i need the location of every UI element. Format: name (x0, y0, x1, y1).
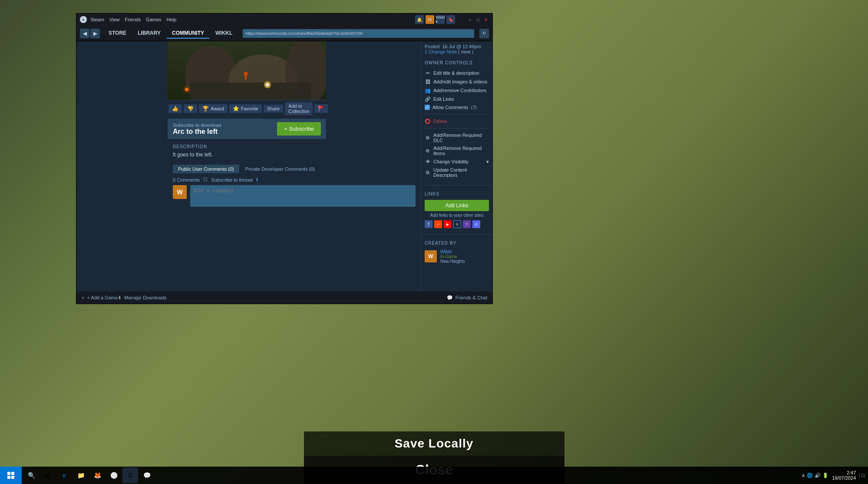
add-dlc-label: Add/Remove Required DLC (433, 133, 489, 143)
owner-controls: OWNER CONTROLS ✏ Edit title & descriptio… (421, 57, 492, 182)
url-text: https://steamcommunity.com/sharedfiles/f… (245, 31, 363, 36)
comment-input[interactable] (190, 185, 416, 207)
refresh-button[interactable]: ↻ (479, 29, 489, 38)
close-button[interactable]: ✕ (483, 17, 489, 23)
friends-chat-area[interactable]: 💬 Friends & Chat (447, 295, 487, 301)
reddit-icon[interactable]: r (434, 220, 442, 228)
private-comments-tab[interactable]: Private Developer Comments (0) (240, 165, 320, 173)
update-content-descriptors-button[interactable]: ⚙ Update Content Descriptors (425, 166, 489, 179)
creator-info: Wikkl In-Game New Heights (440, 249, 465, 264)
creator-name-link[interactable]: Wikkl (440, 249, 465, 254)
edit-title-description-button[interactable]: ✏ Edit title & description (425, 69, 489, 77)
tab-library[interactable]: LIBRARY (132, 28, 166, 39)
add-remove-dlc-button[interactable]: ⚙ Add/Remove Required DLC (425, 131, 489, 144)
add-edit-images-button[interactable]: 🖼 Add/edit images & videos (425, 77, 489, 86)
links-section: LINKS Add Links Add links to your other … (421, 188, 492, 232)
add-game-area[interactable]: + + Add a Game (82, 295, 118, 300)
steam-link-icon[interactable]: S (453, 220, 461, 228)
show-desktop-icon[interactable]: □ (859, 473, 865, 478)
add-links-button[interactable]: Add Links (425, 200, 489, 211)
facebook-icon[interactable]: f (425, 220, 432, 228)
posted-info: Posted 16 Jul @ 12:46pm 1 Change Note ( … (421, 41, 492, 57)
nav-forward-button[interactable]: ▶ (90, 29, 100, 38)
subscribe-info: Subscribe to download Arc to the left (173, 123, 221, 136)
chrome-icon[interactable]: ⚪ (106, 467, 122, 483)
twitch-icon[interactable]: T (463, 220, 471, 228)
posted-label: Posted (425, 44, 439, 49)
award-button[interactable]: 🏆 Award (199, 104, 228, 113)
allow-comments-checkbox[interactable]: ✓ (425, 105, 430, 110)
wikkl-menu[interactable]: Wikkl ▾ (436, 15, 445, 24)
tab-store[interactable]: STORE (103, 28, 132, 39)
flag-button[interactable]: 🚩 (314, 104, 328, 113)
delete-icon: ⭕ (425, 118, 431, 124)
required-items-icon: ⚙ (425, 148, 431, 154)
tray-arrow-icon[interactable]: ∧ (802, 473, 805, 478)
creator-avatar[interactable]: W (425, 250, 437, 262)
subscribe-button[interactable]: + Subscribe (277, 122, 321, 136)
discord-icon[interactable]: D (472, 220, 480, 228)
tab-wikkl[interactable]: WIKKL (210, 28, 238, 39)
url-bar[interactable]: https://steamcommunity.com/sharedfiles/f… (243, 29, 474, 38)
network-icon[interactable]: 🌐 (807, 473, 813, 478)
battery-icon[interactable]: 🔋 (822, 473, 828, 478)
taskview-icon[interactable]: ⊞ (40, 467, 56, 483)
action-bar: 👍 👎 🏆 Award ⭐ Favorite Share Add to C (168, 100, 326, 117)
edge-icon[interactable]: e (56, 467, 72, 483)
minimize-button[interactable]: − (467, 17, 473, 23)
links-edit-icon: 🔗 (425, 96, 431, 102)
download-icon: ⬇ (118, 295, 122, 301)
menu-help[interactable]: Help (167, 17, 177, 22)
change-visibility-button[interactable]: 👁 Change Visibility ▾ (425, 157, 489, 166)
share-button[interactable]: Share (264, 105, 283, 113)
add-remove-required-items-button[interactable]: ⚙ Add/Remove Required Items (425, 144, 489, 157)
firefox-icon[interactable]: 🦊 (89, 467, 105, 483)
svg-rect-4 (189, 83, 311, 100)
user-icon[interactable]: W (426, 15, 434, 24)
add-remove-contributors-button[interactable]: 👥 Add/remove Contributors (425, 86, 489, 95)
workshop-image-svg (168, 41, 326, 100)
volume-icon[interactable]: 🔊 (815, 473, 821, 478)
posted-date: 16 Jul @ 12:46pm (442, 44, 481, 49)
divider-created (421, 234, 492, 235)
visibility-dropdown[interactable]: ▾ (486, 159, 489, 165)
delete-button[interactable]: ⭕ Delete (425, 117, 489, 126)
manage-downloads-area[interactable]: ⬇ Manage Downloads (118, 295, 166, 301)
change-note-link[interactable]: 1 Change Note (425, 49, 457, 54)
tab-community[interactable]: COMMUNITY (167, 28, 209, 39)
star-icon: ⭐ (233, 106, 239, 112)
nav-back-button[interactable]: ◀ (80, 29, 89, 38)
explorer-icon[interactable]: 📁 (73, 467, 89, 483)
edit-links-label: Edit Links (433, 96, 454, 102)
favorite-button[interactable]: ⭐ Favorite (229, 104, 262, 113)
save-locally-button[interactable]: Save Locally (304, 431, 564, 456)
description-text: It goes to the left. (173, 152, 416, 158)
divider-1 (425, 114, 489, 114)
title-bar-controls: 🔔 W Wikkl ▾ 🔖 − □ ✕ (415, 15, 489, 24)
notification-icon[interactable]: 🔔 (415, 15, 424, 24)
contributors-label: Add/remove Contributors (433, 88, 486, 93)
search-taskbar-icon[interactable]: 🔍 (23, 467, 39, 483)
start-button[interactable] (0, 467, 22, 484)
steam-taskbar-icon[interactable]: S (122, 467, 138, 483)
required-items-label: Add/Remove Required Items (433, 146, 489, 156)
thumbs-up-button[interactable]: 👍 (168, 104, 182, 113)
subscribe-thread-checkbox[interactable]: ☐ (203, 177, 208, 182)
youtube-icon[interactable]: ▶ (444, 220, 452, 228)
maximize-button[interactable]: □ (475, 17, 481, 23)
add-to-collection-button[interactable]: Add to Collection (285, 102, 313, 115)
menu-steam[interactable]: Steam (90, 17, 104, 22)
menu-games[interactable]: Games (146, 17, 161, 22)
owner-controls-title: OWNER CONTROLS (425, 60, 489, 65)
discord-taskbar-icon[interactable]: 💬 (139, 467, 155, 483)
public-comments-tab[interactable]: Public User Comments (0) (173, 165, 239, 173)
thumbs-down-button[interactable]: 👎 (184, 104, 197, 113)
menu-view[interactable]: View (109, 17, 120, 22)
bookmark-icon[interactable]: 🔖 (446, 15, 455, 24)
links-description: Add links to your other sites (425, 213, 489, 218)
image-icon: 🖼 (425, 79, 431, 85)
menu-friends[interactable]: Friends (125, 17, 141, 22)
edit-links-button[interactable]: 🔗 Edit Links (425, 95, 489, 103)
allow-comments-toggle[interactable]: ✓ Allow Comments (7) (425, 103, 489, 111)
descriptors-label: Update Content Descriptors (433, 167, 489, 178)
